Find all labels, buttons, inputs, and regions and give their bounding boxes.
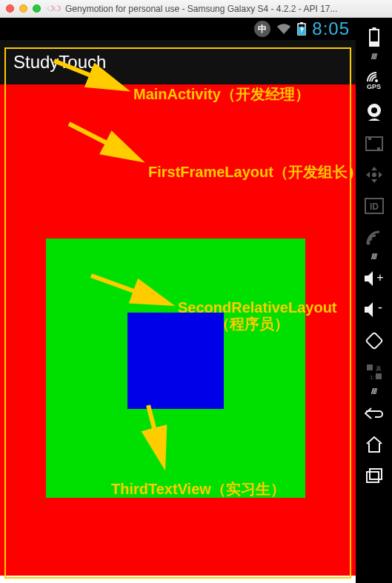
svg-point-10 [375, 79, 378, 82]
svg-rect-26 [376, 373, 382, 379]
arrow-icon [89, 273, 178, 318]
genymotion-sidebar: //// GPS ID //// + - 真1:1 [356, 18, 392, 583]
svg-point-16 [372, 173, 376, 177]
webcam-icon[interactable] [359, 98, 389, 127]
ime-indicator-icon: 中 [254, 21, 270, 37]
battery-charging-icon [297, 22, 306, 36]
annotation-second-relative: SecondRelativeLayout （程序员） [178, 299, 326, 332]
mac-titlebar: ❍❍ Genymotion for personal use - Samsung… [0, 0, 392, 18]
svg-line-6 [148, 405, 163, 462]
nav-home-icon[interactable] [359, 430, 389, 459]
annotation-second-relative-line2: （程序员） [215, 316, 289, 332]
svg-rect-27 [367, 472, 379, 482]
arrow-icon [141, 403, 178, 470]
rotate-icon[interactable] [359, 326, 389, 356]
annotation-third-textview: ThirdTextView（实习生） [111, 479, 285, 499]
svg-rect-23 [367, 364, 373, 370]
svg-rect-28 [370, 469, 382, 479]
android-status-bar: 中 8:05 [0, 18, 356, 40]
window-close-icon[interactable] [6, 4, 14, 13]
separator-icon: //// [371, 388, 376, 397]
gps-icon[interactable]: GPS [359, 64, 389, 96]
svg-rect-15 [377, 147, 380, 150]
svg-text:-: - [378, 302, 382, 315]
annotation-main-activity: MainActivity（开发经理） [133, 84, 310, 104]
annotation-second-relative-line1: SecondRelativeLayout [178, 299, 337, 316]
gps-label: GPS [367, 83, 381, 90]
window-zoom-icon[interactable] [33, 4, 41, 13]
svg-point-12 [371, 107, 377, 113]
nav-recent-icon[interactable] [359, 461, 389, 490]
network-icon[interactable] [359, 222, 389, 252]
identifiers-icon[interactable]: ID [359, 191, 389, 221]
svg-line-5 [91, 276, 167, 303]
svg-rect-14 [368, 137, 371, 140]
svg-line-4 [69, 124, 137, 159]
wifi-icon [276, 23, 291, 35]
screencast-icon[interactable] [359, 129, 389, 159]
device-screen: 中 8:05 StudyTouch [0, 18, 356, 583]
window-minimize-icon[interactable] [19, 4, 27, 13]
arrow-icon [52, 59, 133, 103]
window-title: Genymotion for personal use - Samsung Ga… [65, 4, 386, 14]
volume-up-icon[interactable]: + [359, 264, 389, 293]
svg-rect-1 [300, 22, 303, 24]
svg-rect-22 [365, 333, 382, 350]
svg-rect-9 [370, 41, 379, 46]
svg-text:ID: ID [370, 201, 379, 212]
svg-text:+: + [376, 271, 383, 284]
nav-back-icon[interactable] [359, 399, 389, 428]
svg-line-3 [54, 61, 122, 88]
status-clock: 8:05 [312, 19, 350, 39]
separator-icon: //// [371, 53, 376, 62]
svg-text:真: 真 [376, 365, 382, 372]
volume-down-icon[interactable]: - [359, 295, 389, 324]
arrow-icon [67, 121, 148, 173]
separator-icon: //// [371, 253, 376, 262]
annotation-first-frame: FirstFrameLayout（开发组长） [148, 162, 362, 182]
battery-icon[interactable] [359, 22, 389, 52]
pixel-perfect-icon[interactable]: 真1:1 [359, 357, 389, 387]
svg-point-19 [366, 241, 370, 245]
dpad-icon[interactable] [359, 160, 389, 190]
genymotion-icon: ❍❍ [47, 4, 61, 13]
